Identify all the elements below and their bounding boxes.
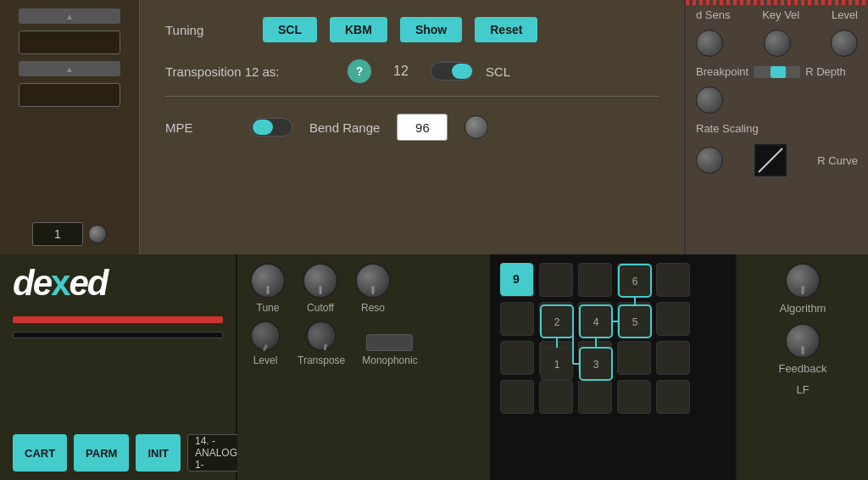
breakpoint-slider[interactable] <box>754 66 800 78</box>
red-dotted-line <box>686 0 868 5</box>
r-curve-icon <box>756 146 785 175</box>
transposition-label: Transposition 12 as: <box>165 64 335 79</box>
rate-scaling-row: Rate Scaling <box>696 122 858 135</box>
feedback-knob[interactable] <box>785 323 821 359</box>
dexed-panel: dexed CART PARM INIT 14. -ANALOG 1- ▲ ▼ … <box>0 254 237 480</box>
preset-name: 14. -ANALOG 1- <box>195 435 237 471</box>
algo-cell-r3c2 <box>578 380 612 414</box>
feedback-label: Feedback <box>778 362 826 375</box>
level-knob-item: Level <box>250 321 281 366</box>
level-knob[interactable] <box>831 30 858 57</box>
level-label: Level <box>832 8 858 21</box>
reso-label: Reso <box>361 302 385 314</box>
algo-cell-r3c3 <box>617 380 651 414</box>
breakpoint-knob[interactable] <box>696 87 723 114</box>
level-knob-bottom[interactable] <box>250 321 281 351</box>
bottom-knob-row: Level Transpose Monophonic <box>250 321 477 366</box>
select-box-1[interactable] <box>19 31 120 54</box>
tuning-row: Tuning SCL KBM Show Reset <box>165 17 659 42</box>
dexed-logo: dexed <box>13 263 223 304</box>
left-panel: ▲ ▲ 1 <box>0 0 140 254</box>
lf-label: LF <box>796 383 809 396</box>
mono-item: Monophonic <box>362 334 417 366</box>
sens-row: d Sens Key Vel Level <box>696 8 858 21</box>
kbm-button[interactable]: KBM <box>330 17 387 42</box>
mpe-toggle[interactable] <box>250 118 292 137</box>
algo-cell-r3c0 <box>500 380 534 414</box>
breakpoint-label: Breakpoint <box>696 65 748 78</box>
select-box-2[interactable] <box>19 83 120 107</box>
level-label-bottom: Level <box>253 354 278 366</box>
left-bottom-row: 1 <box>32 222 107 246</box>
rate-scaling-controls: R Curve <box>696 143 858 177</box>
r-curve-display <box>754 143 787 177</box>
show-button[interactable]: Show <box>400 17 462 42</box>
rate-scaling-knob[interactable] <box>696 147 723 174</box>
algo-cell-r1c4 <box>656 302 690 336</box>
algo-cell-r2c4 <box>656 341 690 375</box>
bend-value-display[interactable]: 96 <box>397 114 448 141</box>
right-algo-panel: Algorithm Feedback LF <box>737 254 868 480</box>
algo-cell-r2c1 <box>539 341 573 375</box>
breakpoint-thumb <box>771 66 786 78</box>
breakpoint-row: Breakpoint R Depth <box>696 65 858 78</box>
bend-knob[interactable] <box>465 115 488 139</box>
reset-button[interactable]: Reset <box>475 17 537 42</box>
monophonic-toggle[interactable] <box>366 334 413 351</box>
transposition-row: Transposition 12 as: ? 12 SCL <box>165 59 659 97</box>
r-depth-label: R Depth <box>805 65 846 78</box>
transposition-toggle[interactable] <box>431 62 473 81</box>
algorithm-knob[interactable] <box>785 263 821 299</box>
algo-cell-r3c1 <box>539 380 573 414</box>
tuning-label: Tuning <box>165 23 250 37</box>
algo-grid <box>500 263 727 416</box>
scroll-up-btn[interactable]: ▲ <box>19 8 120 24</box>
transpose-label: Transpose <box>298 354 345 366</box>
tune-knob[interactable] <box>250 263 286 299</box>
help-button[interactable]: ? <box>348 59 371 83</box>
scl-label: SCL <box>486 64 510 79</box>
cart-button[interactable]: CART <box>13 434 67 472</box>
key-vel-label: Key Vel <box>762 8 799 21</box>
algo-grid-container: 9 <box>500 263 727 472</box>
algo-cell-r0c1 <box>539 263 573 297</box>
scl-button[interactable]: SCL <box>263 17 317 42</box>
monophonic-label: Monophonic <box>362 354 417 366</box>
sens-knob[interactable] <box>696 30 723 57</box>
algo-cell-r3c4 <box>656 380 690 414</box>
cutoff-label: Cutoff <box>307 302 334 314</box>
algo-cell-r2c3 <box>617 341 651 375</box>
algo-cell-r2c2 <box>578 341 612 375</box>
controls-panel: Tune Cutoff Reso Level Transpose Mo <box>237 254 492 480</box>
algo-cell-r0c4 <box>656 263 690 297</box>
mpe-row: MPE Bend Range 96 <box>165 114 659 141</box>
algo-cell-r1c1 <box>539 302 573 336</box>
tune-knob-item: Tune <box>250 263 286 314</box>
red-bar <box>13 316 223 323</box>
right-panel: d Sens Key Vel Level Breakpoint R Depth … <box>686 0 868 254</box>
toggle-knob <box>452 64 472 79</box>
top-knob-row: Tune Cutoff Reso <box>250 263 477 314</box>
algo-grid-panel: 9 <box>492 254 737 480</box>
algo-cell-r0c2 <box>578 263 612 297</box>
progress-bar <box>13 332 223 338</box>
parm-button[interactable]: PARM <box>74 434 129 472</box>
left-knob[interactable] <box>88 225 107 243</box>
scroll-mid-btn[interactable]: ▲ <box>19 61 120 76</box>
init-button[interactable]: INIT <box>136 434 181 472</box>
bend-range-label: Bend Range <box>309 120 380 135</box>
transpose-knob[interactable] <box>302 316 341 355</box>
number-display: 1 <box>32 222 83 246</box>
mpe-toggle-knob <box>253 120 273 135</box>
cutoff-knob-item: Cutoff <box>303 263 338 314</box>
algo-number-9: 9 <box>500 263 532 295</box>
bottom-area: dexed CART PARM INIT 14. -ANALOG 1- ▲ ▼ … <box>0 254 868 480</box>
transposition-value: 12 <box>384 64 418 79</box>
reso-knob[interactable] <box>355 263 391 299</box>
key-vel-knob[interactable] <box>764 30 791 57</box>
sens-label: d Sens <box>696 8 730 21</box>
algo-cell-r1c0 <box>500 302 534 336</box>
main-panel: Tuning SCL KBM Show Reset Transposition … <box>140 0 686 254</box>
knob-row-top <box>696 30 858 57</box>
cutoff-knob[interactable] <box>303 263 338 299</box>
